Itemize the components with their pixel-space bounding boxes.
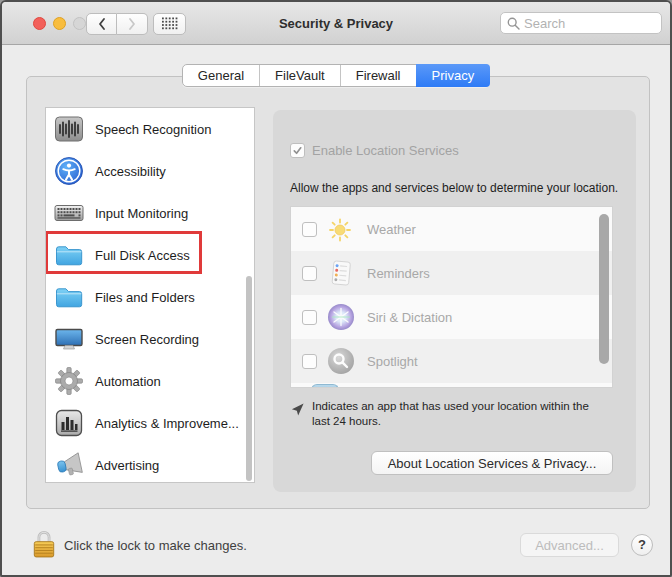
app-row-siri[interactable]: Siri & Dictation (291, 295, 612, 339)
tab-firewall[interactable]: Firewall (340, 65, 416, 86)
reminders-checkbox[interactable] (302, 266, 317, 281)
zoom-button[interactable] (73, 17, 86, 30)
app-row-partial (291, 383, 612, 388)
display-icon (54, 324, 84, 354)
app-name: Weather (367, 222, 416, 237)
sidebar-item-advertising[interactable]: Advertising (46, 444, 254, 483)
location-note-text: Indicates an app that has used your loca… (312, 399, 604, 429)
partial-app-icon (311, 384, 339, 388)
spotlight-checkbox[interactable] (302, 354, 317, 369)
tab-bar: General FileVault Firewall Privacy (2, 64, 670, 87)
sidebar-item-label: Advertising (95, 458, 159, 473)
megaphone-icon (54, 450, 84, 480)
sidebar-item-analytics[interactable]: Analytics & Improveme... (46, 402, 254, 444)
sidebar-item-label: Speech Recognition (95, 122, 211, 137)
privacy-sidebar: Speech Recognition Accessibility (45, 107, 255, 483)
minimize-button[interactable] (53, 17, 66, 30)
help-button[interactable]: ? (631, 534, 653, 556)
sidebar-item-label: Automation (95, 374, 161, 389)
speech-recognition-icon (54, 114, 84, 144)
app-name: Spotlight (367, 354, 418, 369)
sun-icon (326, 214, 356, 244)
sidebar-item-automation[interactable]: Automation (46, 360, 254, 402)
security-privacy-window: Security & Privacy (0, 0, 672, 577)
sidebar-item-speech-recognition[interactable]: Speech Recognition (46, 108, 254, 150)
about-location-services-button[interactable]: About Location Services & Privacy... (371, 451, 613, 475)
sidebar-item-label: Screen Recording (95, 332, 199, 347)
lock-icon[interactable] (32, 528, 56, 560)
sidebar-item-label: Analytics & Improveme... (95, 416, 239, 431)
advanced-button[interactable]: Advanced... (520, 533, 619, 557)
search-field[interactable] (500, 12, 662, 34)
weather-checkbox[interactable] (302, 222, 317, 237)
siri-checkbox[interactable] (302, 310, 317, 325)
app-row-weather[interactable]: Weather (291, 207, 612, 251)
preferences-pane: Speech Recognition Accessibility (26, 76, 650, 509)
nav-button-group (86, 13, 148, 35)
reminders-icon (326, 258, 356, 288)
checkbox-check-icon (292, 145, 303, 156)
tab-privacy[interactable]: Privacy (416, 64, 491, 87)
tab-filevault[interactable]: FileVault (259, 65, 340, 86)
tab-segmented-control: General FileVault Firewall Privacy (182, 64, 490, 87)
gear-icon (54, 366, 84, 396)
location-arrow-icon (290, 402, 306, 429)
chevron-right-icon (127, 17, 137, 31)
grid-icon (161, 17, 178, 31)
keyboard-icon (54, 198, 84, 228)
location-note: Indicates an app that has used your loca… (290, 399, 610, 429)
tab-general[interactable]: General (183, 65, 259, 86)
enable-location-services-label: Enable Location Services (312, 143, 459, 158)
sidebar-scrollbar-thumb[interactable] (246, 276, 252, 481)
app-name: Siri & Dictation (367, 310, 452, 325)
forward-button[interactable] (117, 13, 148, 35)
sidebar-item-files-and-folders[interactable]: Files and Folders (46, 276, 254, 318)
location-apps-list: Weather Reminders (290, 206, 613, 388)
search-icon (507, 17, 520, 30)
apps-list-scrollbar-thumb[interactable] (599, 214, 609, 364)
search-input[interactable] (524, 16, 655, 31)
bar-chart-icon (54, 408, 84, 438)
folder-icon (54, 282, 84, 312)
titlebar: Security & Privacy (2, 2, 670, 45)
app-name: Reminders (367, 266, 430, 281)
back-button[interactable] (86, 13, 117, 35)
sidebar-item-label: Accessibility (95, 164, 166, 179)
enable-location-services-checkbox[interactable] (290, 143, 305, 158)
sidebar-item-input-monitoring[interactable]: Input Monitoring (46, 192, 254, 234)
show-all-button[interactable] (153, 13, 186, 35)
spotlight-icon (326, 346, 356, 376)
app-row-spotlight[interactable]: Spotlight (291, 339, 612, 383)
enable-location-row: Enable Location Services (290, 143, 459, 158)
lock-message: Click the lock to make changes. (64, 538, 247, 553)
sidebar-item-label: Files and Folders (95, 290, 195, 305)
sidebar-item-label: Full Disk Access (95, 248, 190, 263)
app-row-reminders[interactable]: Reminders (291, 251, 612, 295)
siri-icon (326, 302, 356, 332)
close-button[interactable] (33, 17, 46, 30)
location-description: Allow the apps and services below to det… (290, 181, 618, 195)
sidebar-item-accessibility[interactable]: Accessibility (46, 150, 254, 192)
chevron-left-icon (97, 17, 107, 31)
folder-icon (54, 240, 84, 270)
accessibility-icon (54, 156, 84, 186)
sidebar-item-full-disk-access[interactable]: Full Disk Access (46, 234, 254, 276)
sidebar-item-screen-recording[interactable]: Screen Recording (46, 318, 254, 360)
sidebar-item-label: Input Monitoring (95, 206, 188, 221)
